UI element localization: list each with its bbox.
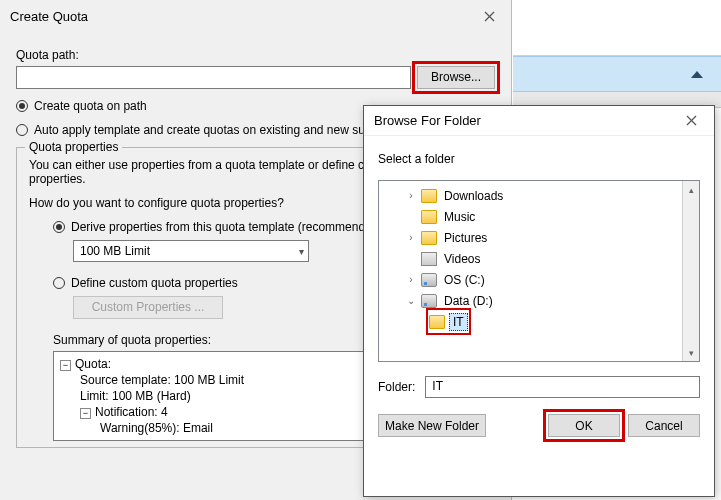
radio-icon [53, 221, 65, 233]
browse-titlebar: Browse For Folder [364, 106, 714, 136]
videos-icon [421, 252, 437, 266]
radio-auto-apply-label: Auto apply template and create quotas on… [34, 123, 408, 137]
scroll-track[interactable] [683, 198, 699, 344]
chevron-right-icon: › [405, 190, 417, 201]
tree-label-selected: IT [449, 313, 468, 331]
chevron-down-icon: ⌄ [405, 295, 417, 306]
radio-define-custom-label: Define custom quota properties [71, 276, 238, 290]
radio-icon [16, 124, 28, 136]
browse-button[interactable]: Browse... [417, 66, 495, 89]
folder-field-input[interactable]: IT [425, 376, 700, 398]
tree-label: Downloads [441, 188, 506, 204]
radio-icon [16, 100, 28, 112]
quota-properties-group-title: Quota properties [25, 140, 122, 154]
tree-item-data-d[interactable]: ⌄ Data (D:) [379, 290, 682, 311]
folder-tree[interactable]: › Downloads Music › Pictures V [378, 180, 700, 362]
right-top-gap [513, 0, 721, 56]
create-quota-close-button[interactable] [477, 4, 501, 28]
folder-icon [421, 189, 437, 203]
browse-for-folder-dialog: Browse For Folder Select a folder › Down… [363, 105, 715, 497]
tree-label: Music [441, 209, 478, 225]
browse-close-button[interactable] [678, 108, 704, 134]
tree-item-downloads[interactable]: › Downloads [379, 185, 682, 206]
summary-root: Quota: [75, 357, 111, 371]
tree-item-pictures[interactable]: › Pictures [379, 227, 682, 248]
tree-collapse-icon[interactable]: − [60, 360, 71, 371]
create-quota-title: Create Quota [10, 9, 477, 24]
tree-label: Data (D:) [441, 293, 496, 309]
create-quota-titlebar: Create Quota [0, 0, 511, 32]
radio-derive-label: Derive properties from this quota templa… [71, 220, 386, 234]
right-blue-bar[interactable] [513, 56, 721, 92]
scroll-up-icon[interactable]: ▴ [683, 181, 699, 198]
chevron-right-icon: › [405, 274, 417, 285]
tree-item-music[interactable]: Music [379, 206, 682, 227]
chevron-right-icon: › [405, 232, 417, 243]
folder-icon [421, 210, 437, 224]
collapse-up-icon [691, 71, 703, 78]
tree-item-os-c[interactable]: › OS (C:) [379, 269, 682, 290]
close-icon [484, 11, 495, 22]
folder-icon [429, 315, 445, 329]
folder-icon [421, 231, 437, 245]
make-new-folder-button[interactable]: Make New Folder [378, 414, 486, 437]
template-select[interactable]: 100 MB Limit ▾ [73, 240, 309, 262]
ok-button[interactable]: OK [548, 414, 620, 437]
radio-icon [53, 277, 65, 289]
summary-line-notif: Notification: 4 [95, 405, 168, 419]
browse-instruction: Select a folder [378, 152, 700, 166]
quota-path-input[interactable] [16, 66, 411, 89]
tree-item-videos[interactable]: Videos [379, 248, 682, 269]
scroll-down-icon[interactable]: ▾ [683, 344, 699, 361]
chevron-down-icon: ▾ [299, 246, 304, 257]
quota-path-label: Quota path: [16, 48, 495, 62]
tree-label: OS (C:) [441, 272, 488, 288]
tree-item-it[interactable]: IT [429, 311, 468, 332]
tree-collapse-icon[interactable]: − [80, 408, 91, 419]
close-icon [686, 115, 697, 126]
tree-label: Videos [441, 251, 483, 267]
drive-icon [421, 294, 437, 308]
folder-field-label: Folder: [378, 380, 415, 394]
template-select-value: 100 MB Limit [80, 244, 150, 258]
browse-title: Browse For Folder [374, 113, 678, 128]
cancel-button[interactable]: Cancel [628, 414, 700, 437]
drive-icon [421, 273, 437, 287]
tree-label: Pictures [441, 230, 490, 246]
radio-create-on-path-label: Create quota on path [34, 99, 147, 113]
custom-properties-button: Custom Properties ... [73, 296, 223, 319]
folder-tree-scrollbar[interactable]: ▴ ▾ [682, 181, 699, 361]
